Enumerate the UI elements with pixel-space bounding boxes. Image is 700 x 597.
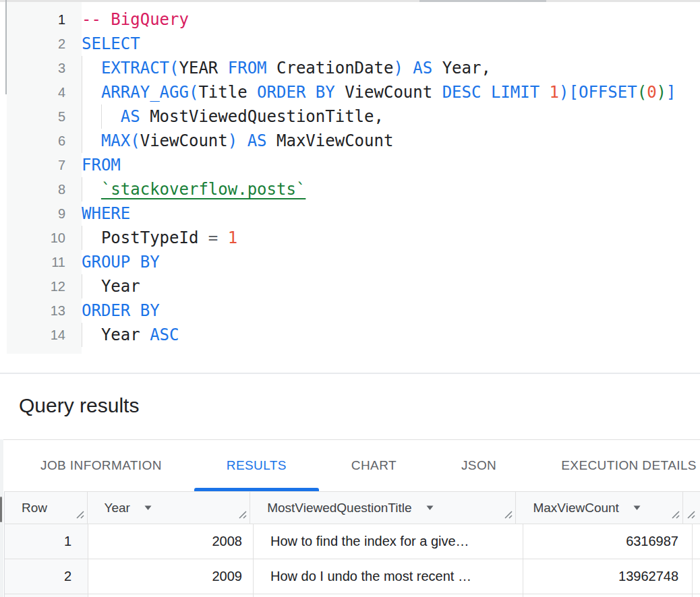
- code-line[interactable]: 7FROM: [7, 153, 700, 177]
- code-line[interactable]: 1-- BigQuery: [7, 7, 700, 32]
- code-token: [82, 180, 101, 199]
- code-line[interactable]: 4 ARRAY_AGG(Title ORDER BY ViewCount DES…: [7, 80, 700, 104]
- code-token: 1: [550, 83, 559, 102]
- code-token: ORDER BY: [82, 301, 160, 320]
- code-token: [82, 83, 101, 102]
- tab-results[interactable]: RESULTS: [194, 440, 319, 491]
- indent-guide: [82, 56, 82, 80]
- query-results-header: Query results: [0, 373, 700, 439]
- column-label: Year: [105, 501, 130, 515]
- code-line[interactable]: 8 `stackoverflow.posts`: [7, 177, 700, 201]
- column-label: MostViewedQuestionTitle: [267, 501, 411, 515]
- indent-guide: [82, 274, 82, 298]
- code-text: -- BigQuery: [82, 7, 700, 32]
- code-text: WHERE: [82, 201, 700, 226]
- scrollbar-thumb[interactable]: [0, 497, 2, 522]
- column-resize-grip-icon[interactable]: [237, 507, 247, 522]
- column-resize-grip-icon[interactable]: [670, 507, 680, 522]
- code-token: EXTRACT(: [101, 59, 179, 77]
- column-header-row: Row: [5, 492, 88, 524]
- code-text: GROUP BY: [82, 250, 700, 274]
- line-number: 6: [7, 129, 82, 153]
- code-token: AS: [413, 59, 432, 77]
- table-row: 22009How do I undo the most recent …1396…: [5, 559, 700, 594]
- code-line[interactable]: 14 Year ASC: [7, 323, 700, 347]
- code-token: ViewCount: [140, 131, 228, 150]
- code-token: ORDER BY: [257, 83, 335, 102]
- code-token: [218, 228, 227, 247]
- code-token: AS: [121, 107, 140, 126]
- table-reference-link[interactable]: `stackoverflow.posts`: [101, 180, 305, 199]
- code-line[interactable]: 6 MAX(ViewCount) AS MaxViewCount: [7, 129, 700, 153]
- code-token: =: [208, 228, 218, 247]
- code-line[interactable]: 2SELECT: [7, 32, 700, 56]
- code-token: Year,: [432, 59, 491, 77]
- sort-dropdown-icon[interactable]: [633, 505, 641, 511]
- code-line[interactable]: 9WHERE: [7, 201, 700, 226]
- code-token: FROM: [228, 59, 267, 77]
- bigquery-query-view: 1-- BigQuery2SELECT3 EXTRACT(YEAR FROM C…: [0, 0, 700, 597]
- code-token: AS: [247, 131, 267, 150]
- code-token: Title: [198, 83, 257, 102]
- code-line[interactable]: 12 Year: [7, 274, 700, 298]
- line-number: 1: [7, 7, 82, 32]
- line-number: 3: [7, 56, 82, 80]
- column-header-maxviewcount[interactable]: MaxViewCount: [516, 492, 683, 524]
- code-line[interactable]: 11GROUP BY: [7, 250, 700, 274]
- code-token: DESC LIMIT: [442, 83, 540, 102]
- code-line[interactable]: 13ORDER BY: [7, 298, 700, 323]
- code-token: MaxViewCount: [267, 131, 394, 150]
- cell-extra: [254, 594, 523, 597]
- results-tab-bar: JOB INFORMATIONRESULTSCHARTJSONEXECUTION…: [0, 439, 700, 491]
- cell-most-viewed-question-title: How do I undo the most recent …: [254, 559, 523, 594]
- cell-extra: [693, 524, 700, 559]
- table-row-partial: [5, 594, 700, 597]
- cell-year: 2009: [88, 559, 254, 594]
- column-header-year[interactable]: Year: [88, 492, 251, 524]
- column-header-mostviewedquestiontitle[interactable]: MostViewedQuestionTitle: [250, 492, 516, 524]
- code-text: Year: [82, 274, 700, 298]
- line-number: 2: [7, 32, 82, 56]
- code-text: Year ASC: [82, 323, 700, 347]
- line-number: 4: [7, 80, 82, 104]
- tab-chart[interactable]: CHART: [319, 440, 429, 491]
- code-token: OFFSET: [579, 83, 637, 102]
- indent-guide: [82, 226, 82, 250]
- code-token: WHERE: [82, 204, 130, 223]
- indent-guide: [101, 104, 102, 129]
- code-token: CreationDate: [267, 59, 394, 77]
- table-row: 12008How to find the index for a give…63…: [5, 524, 700, 559]
- code-lines[interactable]: 1-- BigQuery2SELECT3 EXTRACT(YEAR FROM C…: [7, 2, 700, 354]
- tab-job-information[interactable]: JOB INFORMATION: [8, 440, 194, 491]
- code-token: (: [637, 83, 647, 102]
- tab-label: JSON: [461, 458, 496, 473]
- code-text: AS MostViewedQuestionTitle,: [82, 104, 700, 129]
- code-line[interactable]: 5 AS MostViewedQuestionTitle,: [7, 104, 700, 129]
- code-line[interactable]: 3 EXTRACT(YEAR FROM CreationDate) AS Yea…: [7, 56, 700, 80]
- line-number: 7: [7, 153, 82, 177]
- column-label: MaxViewCount: [533, 501, 618, 515]
- column-resize-grip-icon[interactable]: [75, 507, 85, 522]
- indent-guide: [82, 80, 82, 104]
- line-number: 9: [7, 201, 82, 226]
- results-left-scrollbar[interactable]: [0, 439, 3, 597]
- code-token: ): [228, 131, 237, 150]
- indent-guide: [82, 323, 82, 347]
- sql-editor-panel[interactable]: 1-- BigQuery2SELECT3 EXTRACT(YEAR FROM C…: [0, 0, 700, 373]
- code-token: ARRAY_AGG(: [101, 83, 199, 102]
- code-line[interactable]: 10 PostTypeId = 1: [7, 226, 700, 250]
- column-header-extra: [683, 492, 700, 524]
- cell-extra: [523, 594, 693, 597]
- code-token: FROM: [82, 156, 121, 175]
- column-resize-grip-icon[interactable]: [503, 507, 513, 522]
- tab-execution-details[interactable]: EXECUTION DETAILS: [529, 440, 700, 491]
- line-number: 5: [7, 104, 82, 129]
- tab-json[interactable]: JSON: [429, 440, 529, 491]
- column-resize-grip-icon[interactable]: [686, 507, 696, 522]
- sort-dropdown-icon[interactable]: [426, 505, 434, 511]
- code-token: Year: [82, 325, 150, 344]
- line-number: 14: [7, 323, 82, 347]
- code-token: MAX(: [101, 131, 140, 150]
- tab-label: RESULTS: [227, 458, 287, 473]
- sort-dropdown-icon[interactable]: [144, 505, 152, 511]
